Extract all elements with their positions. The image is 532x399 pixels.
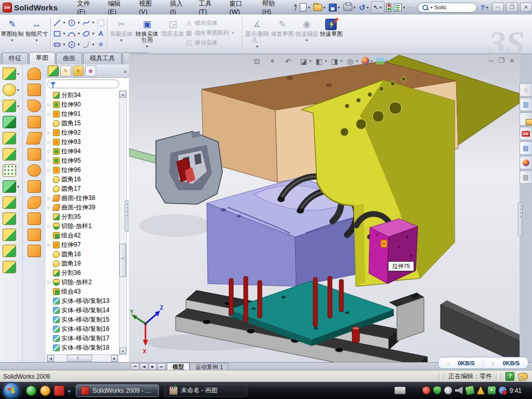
antivirus-icon[interactable]: [422, 387, 430, 394]
print-icon[interactable]: ▼: [342, 2, 357, 12]
graphics-viewport[interactable]: Y Z X ▼ ▼ ▼: [129, 54, 520, 363]
arc-icon[interactable]: [67, 29, 76, 38]
feature-tree-item[interactable]: ▷ 圆角18: [47, 249, 119, 259]
sync-icon[interactable]: [499, 387, 507, 394]
expander-icon[interactable]: ▷: [47, 112, 51, 116]
pin-icon[interactable]: [291, 2, 298, 12]
feature-tree-item[interactable]: ▷ 拉伸96: [47, 165, 119, 175]
quick-tips-icon[interactable]: ?: [506, 372, 514, 381]
ribbon-tab[interactable]: 草图: [29, 52, 55, 64]
feature-tree-item[interactable]: ▷ 实体-移动/复制17: [47, 334, 119, 343]
feature-tree-item[interactable]: ▷ 实体-移动/复制16: [47, 324, 119, 334]
feature-tree-item[interactable]: ▷ 拉伸90: [47, 100, 119, 109]
model-tab[interactable]: 运动算例 1: [190, 363, 229, 370]
expander-icon[interactable]: ▷: [47, 140, 51, 144]
repair-sketch-button[interactable]: 修复草图: [270, 17, 295, 37]
health-icon[interactable]: [488, 387, 496, 394]
select-tool-icon[interactable]: ↖▼: [371, 1, 384, 14]
manager-overflow-icon[interactable]: »: [124, 68, 127, 74]
move-entities-button[interactable]: 移动实体: [185, 38, 235, 47]
feature-tree-item[interactable]: ▷ 分割36: [47, 268, 119, 277]
doc-close-icon[interactable]: ✕: [509, 57, 515, 64]
expander-icon[interactable]: ▷: [47, 196, 51, 201]
new-document-icon[interactable]: ▼: [299, 2, 312, 12]
feature-tree-item[interactable]: ▷ 分割34: [47, 90, 119, 100]
circle-icon[interactable]: [67, 18, 76, 28]
tree-horizontal-scrollbar[interactable]: ◀ ▶: [47, 354, 118, 362]
feature-tree-item[interactable]: ▷ 实体-移动/复制18: [47, 343, 119, 352]
expander-icon[interactable]: ▷: [47, 158, 51, 163]
ribbon-tab[interactable]: 曲面: [56, 52, 82, 64]
taskbar-button[interactable]: SolidWorks 2009 - ...: [76, 384, 159, 397]
rapid-sketch-button[interactable]: 快速草图: [319, 17, 343, 37]
feature-tree-item[interactable]: ▷ 组合43: [47, 287, 119, 296]
keyboard-icon[interactable]: [394, 387, 406, 394]
scrollbar-thumb[interactable]: [119, 244, 126, 277]
feature-tree-item[interactable]: ▷ 拉伸97: [47, 240, 119, 249]
linear-sketch-pattern-button[interactable]: 线性草图阵列 ▼: [185, 29, 235, 37]
volume-icon[interactable]: [455, 387, 463, 394]
scroll-right-icon[interactable]: ▶: [111, 355, 118, 362]
close-button[interactable]: ✕: [520, 3, 532, 12]
ribbon-tab[interactable]: 模具工具: [83, 52, 122, 64]
open-icon[interactable]: ▼: [312, 2, 327, 12]
smart-dimension-button[interactable]: 智能尺寸▼: [24, 17, 49, 44]
first-tab-icon[interactable]: ⏮: [131, 363, 139, 370]
warning-icon[interactable]: [477, 387, 485, 394]
feature-tree-item[interactable]: ▷ 切除-放样1: [47, 221, 119, 231]
doc-minimize-icon[interactable]: ─: [489, 57, 494, 64]
expander-icon[interactable]: ▷: [47, 224, 51, 229]
feature-tree-item[interactable]: ▷ 圆角17: [47, 184, 119, 193]
tree-filter-input[interactable]: [47, 79, 119, 88]
line-icon[interactable]: [52, 18, 62, 28]
options-icon[interactable]: ▼: [393, 2, 407, 12]
undo-icon[interactable]: ↺▼: [358, 2, 371, 12]
launcher-icon[interactable]: [40, 385, 50, 396]
feature-tree-item[interactable]: ▷ 圆角16: [47, 175, 119, 184]
ellipse-icon[interactable]: [82, 29, 91, 38]
rebuild-icon[interactable]: [385, 2, 392, 12]
feature-tree-item[interactable]: ▷ 拉伸95: [47, 156, 119, 165]
messenger-icon[interactable]: [26, 385, 36, 396]
polygon-icon[interactable]: [67, 40, 76, 49]
display-delete-relations-button[interactable]: 显示/删除几...▼: [244, 17, 270, 50]
help-icon[interactable]: ?▼: [480, 2, 490, 12]
feature-tree-item[interactable]: ▷ 分割35: [47, 212, 119, 221]
last-tab-icon[interactable]: ⏭: [157, 363, 166, 370]
slot-icon[interactable]: [52, 40, 62, 49]
expander-icon[interactable]: ▷: [47, 102, 51, 107]
feature-tree-item[interactable]: ▷ 组合42: [47, 231, 119, 240]
badge-icon[interactable]: [444, 387, 452, 394]
propertymanager-icon[interactable]: [60, 65, 71, 76]
expander-icon[interactable]: ▷: [47, 205, 51, 210]
taskbar-button[interactable]: 未命名 - 画图: [164, 384, 247, 397]
trim-entities-button[interactable]: 剪裁实体▼: [109, 17, 134, 44]
expander-icon[interactable]: ▷: [47, 243, 51, 247]
feature-tree-item[interactable]: ▷ 圆角15: [47, 118, 119, 128]
minimize-button[interactable]: ─: [492, 3, 504, 12]
shield-green-icon[interactable]: [433, 387, 441, 394]
scroll-down-icon[interactable]: ▼: [119, 348, 126, 354]
sketch-fillet-icon[interactable]: [82, 40, 91, 49]
3d-model[interactable]: Y Z X: [129, 54, 520, 363]
feature-tree-item[interactable]: ▷ 拉伸94: [47, 147, 119, 156]
feature-tree-item[interactable]: ▷ 曲面-拉伸38: [47, 193, 119, 203]
offset-entities-button[interactable]: 等距实体: [161, 17, 185, 37]
spline-icon[interactable]: [82, 18, 91, 28]
featuremanager-icon[interactable]: [48, 65, 59, 76]
search-input[interactable]: ▼ Solic: [418, 3, 477, 12]
save-icon[interactable]: ▼: [328, 2, 342, 12]
toolbar-overflow-icon[interactable]: ⋯: [407, 2, 415, 12]
start-button[interactable]: [3, 382, 20, 399]
feature-tree-item[interactable]: ▷ 拉伸91: [47, 109, 119, 118]
tag-icon[interactable]: [518, 372, 529, 381]
rectangle-icon[interactable]: [52, 29, 62, 38]
expander-icon[interactable]: ▷: [47, 280, 51, 285]
model-tab[interactable]: 模型: [167, 363, 190, 370]
task-pane-splitter-grip[interactable]: [518, 202, 523, 236]
convert-entities-button[interactable]: 转换实体引用▼: [134, 17, 161, 50]
point-icon[interactable]: ✳: [96, 40, 105, 49]
mirror-entities-button[interactable]: 镜向实体: [185, 19, 235, 27]
feature-tree-item[interactable]: ▷ 实体-移动/复制14: [47, 305, 119, 315]
doc-restore-icon[interactable]: ❐: [498, 57, 504, 64]
